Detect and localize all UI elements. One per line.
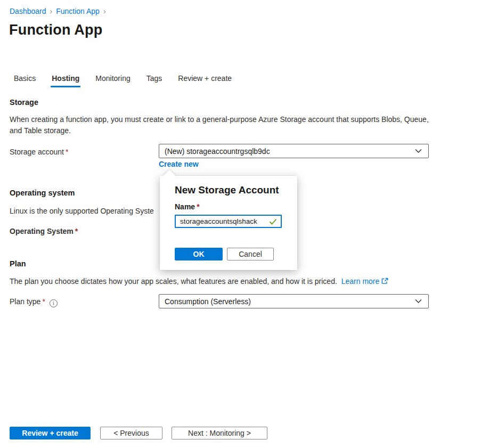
chevron-down-icon	[415, 149, 422, 153]
storage-account-dropdown-value: (New) storageaccountrgsqlb9dc	[165, 147, 270, 156]
storage-section-description: When creating a function app, you must c…	[10, 114, 431, 136]
required-asterisk: *	[66, 148, 68, 156]
breadcrumb-item-dashboard[interactable]: Dashboard	[10, 7, 46, 15]
os-section-description: Linux is the only supported Operating Sy…	[10, 206, 154, 217]
validation-check-icon	[269, 218, 277, 225]
os-field-label: Operating System*	[10, 227, 78, 235]
storage-section-heading: Storage	[10, 98, 38, 107]
breadcrumb-separator-icon: ›	[50, 7, 53, 15]
ok-button[interactable]: OK	[175, 248, 223, 260]
plan-type-label: Plan type*i	[10, 297, 58, 307]
learn-more-link[interactable]: Learn more	[341, 277, 380, 286]
storage-account-name-input[interactable]	[176, 217, 269, 225]
chevron-down-icon	[415, 299, 422, 304]
previous-button[interactable]: < Previous	[100, 427, 162, 439]
function-app-create-page: Dashboard › Function App › Function App …	[0, 0, 481, 448]
storage-account-name-field-wrap	[175, 215, 282, 228]
tab-monitoring[interactable]: Monitoring	[95, 74, 130, 87]
plan-description-text: The plan you choose dictates how your ap…	[10, 277, 337, 286]
external-link-icon	[381, 276, 388, 288]
cancel-button[interactable]: Cancel	[227, 248, 274, 260]
breadcrumb-separator-icon: ›	[103, 7, 106, 15]
os-section-heading: Operating system	[10, 189, 75, 197]
new-storage-account-dialog: New Storage Account Name* OK Cancel	[160, 176, 297, 270]
storage-account-dropdown[interactable]: (New) storageaccountrgsqlb9dc	[159, 144, 429, 158]
required-asterisk: *	[75, 227, 78, 235]
tab-bar: Basics Hosting Monitoring Tags Review + …	[14, 74, 232, 87]
plan-section-heading: Plan	[10, 259, 26, 268]
plan-type-dropdown[interactable]: Consumption (Serverless)	[159, 294, 429, 308]
callout-arrow	[164, 170, 176, 182]
info-icon[interactable]: i	[50, 299, 58, 307]
page-title: Function App	[9, 22, 102, 38]
plan-section-description: The plan you choose dictates how your ap…	[10, 276, 388, 288]
tab-basics[interactable]: Basics	[14, 74, 36, 87]
create-new-link[interactable]: Create new	[159, 160, 199, 168]
storage-account-label: Storage account*	[10, 148, 68, 156]
plan-type-dropdown-value: Consumption (Serverless)	[165, 297, 251, 306]
dialog-name-label: Name*	[175, 202, 200, 211]
os-field-label-text: Operating System	[10, 227, 74, 235]
next-monitoring-button[interactable]: Next : Monitoring >	[172, 427, 267, 439]
breadcrumb: Dashboard › Function App ›	[10, 7, 106, 15]
dialog-title: New Storage Account	[175, 184, 279, 196]
plan-type-label-text: Plan type	[10, 297, 40, 306]
tab-tags[interactable]: Tags	[146, 74, 162, 87]
breadcrumb-item-function-app[interactable]: Function App	[56, 7, 100, 15]
required-asterisk: *	[42, 297, 45, 306]
review-create-button[interactable]: Review + create	[10, 427, 91, 439]
tab-hosting[interactable]: Hosting	[52, 74, 79, 87]
required-asterisk: *	[197, 202, 199, 211]
storage-account-label-text: Storage account	[10, 148, 64, 156]
tab-review-create[interactable]: Review + create	[178, 74, 232, 87]
dialog-name-label-text: Name	[175, 202, 195, 211]
